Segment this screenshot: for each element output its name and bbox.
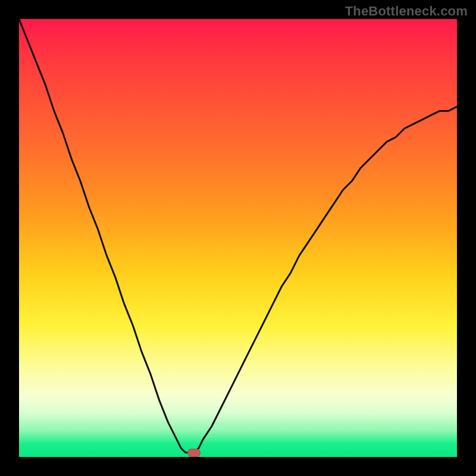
- watermark-text: TheBottleneck.com: [345, 4, 468, 19]
- optimum-marker: [187, 449, 201, 457]
- bottleneck-curve: [19, 19, 457, 457]
- chart-frame: TheBottleneck.com: [0, 0, 476, 476]
- plot-area: [19, 19, 457, 457]
